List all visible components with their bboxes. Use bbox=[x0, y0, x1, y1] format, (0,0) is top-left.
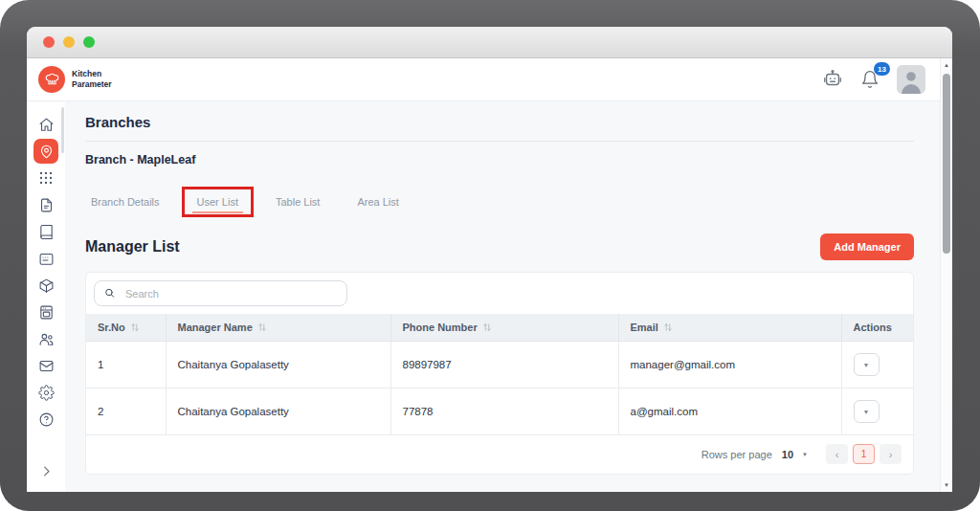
table-header-row: Sr.No Manager Name Phone Number Email Ac… bbox=[86, 314, 913, 342]
header-divider bbox=[85, 141, 914, 142]
sidebar-item-invoices[interactable] bbox=[27, 191, 65, 218]
cell-srno: 2 bbox=[86, 389, 166, 435]
cell-email: a@gmail.com bbox=[618, 389, 841, 435]
brand-logo: Kitchen Parameter bbox=[38, 66, 112, 93]
team-icon bbox=[38, 331, 55, 347]
column-header-email[interactable]: Email bbox=[618, 314, 841, 342]
tab-area-list[interactable]: Area List bbox=[351, 195, 404, 213]
tab-branch-details[interactable]: Branch Details bbox=[85, 195, 166, 213]
table-row: 2 Chaitanya Gopalasetty 77878 a@gmail.co… bbox=[86, 389, 913, 435]
sort-icon bbox=[130, 322, 140, 332]
expand-chevron-icon bbox=[39, 464, 54, 478]
branch-subtitle: Branch - MapleLeaf bbox=[85, 153, 914, 167]
app-root: Kitchen Parameter bbox=[27, 58, 952, 492]
user-avatar[interactable] bbox=[897, 65, 925, 94]
tab-bar: Branch Details User List Table List Area… bbox=[85, 195, 914, 213]
cell-phone: 89897987 bbox=[390, 342, 618, 389]
book-icon bbox=[38, 224, 55, 240]
cell-manager-name: Chaitanya Gopalasetty bbox=[166, 389, 390, 435]
sidebar-item-help[interactable] bbox=[27, 406, 65, 433]
card-list-icon bbox=[38, 251, 55, 267]
active-item-highlight bbox=[33, 139, 58, 164]
sidebar-item-inventory[interactable] bbox=[27, 272, 65, 299]
app-window: Kitchen Parameter bbox=[27, 27, 952, 492]
caret-down-icon: ▼ bbox=[863, 362, 870, 368]
sidebar bbox=[27, 101, 65, 492]
app-header: Kitchen Parameter bbox=[27, 58, 940, 101]
search-box bbox=[94, 280, 347, 306]
tab-table-list[interactable]: Table List bbox=[270, 195, 325, 213]
appliance-icon bbox=[38, 304, 55, 321]
search-icon bbox=[104, 287, 116, 300]
sidebar-item-apps[interactable] bbox=[27, 165, 65, 191]
notifications-bell-icon[interactable]: 13 bbox=[860, 70, 880, 89]
sidebar-item-staff[interactable] bbox=[27, 325, 65, 352]
caret-down-icon: ▼ bbox=[863, 409, 870, 415]
column-header-actions: Actions bbox=[841, 314, 913, 342]
chef-hat-logo-icon bbox=[38, 66, 65, 93]
manager-table: Sr.No Manager Name Phone Number Email Ac… bbox=[86, 314, 913, 435]
pagination-bar: Rows per page 10 ▼ ‹ 1 › bbox=[86, 435, 913, 474]
device-frame: Kitchen Parameter bbox=[0, 0, 980, 511]
chatbot-icon[interactable] bbox=[822, 69, 843, 90]
sidebar-item-messages[interactable] bbox=[27, 352, 65, 379]
zoom-window-button[interactable] bbox=[83, 36, 95, 48]
sidebar-item-home[interactable] bbox=[27, 111, 65, 138]
manager-list-title: Manager List bbox=[85, 238, 180, 256]
rows-per-page-value[interactable]: 10 bbox=[782, 449, 793, 460]
cell-email: manager@gmail.com bbox=[618, 342, 841, 389]
scroll-up-arrow-icon[interactable]: ▲ bbox=[941, 62, 952, 68]
header-actions: 13 bbox=[822, 65, 925, 94]
invoice-icon bbox=[38, 197, 55, 213]
app-body: Branches Branch - MapleLeaf Branch Detai… bbox=[27, 101, 940, 492]
search-row bbox=[86, 273, 913, 314]
column-header-phone[interactable]: Phone Number bbox=[390, 314, 618, 342]
main-content: Branches Branch - MapleLeaf Branch Detai… bbox=[65, 101, 940, 492]
scrollbar-thumb[interactable] bbox=[943, 74, 950, 254]
brand-name: Kitchen Parameter bbox=[72, 69, 112, 90]
location-icon bbox=[39, 144, 54, 159]
column-header-srno[interactable]: Sr.No bbox=[86, 314, 166, 342]
cell-phone: 77878 bbox=[390, 389, 618, 435]
sort-icon bbox=[257, 322, 267, 332]
titlebar bbox=[27, 27, 952, 58]
help-icon bbox=[38, 411, 55, 428]
row-actions-dropdown-button[interactable]: ▼ bbox=[854, 353, 880, 376]
minimize-window-button[interactable] bbox=[63, 36, 75, 48]
sidebar-item-settings[interactable] bbox=[27, 379, 65, 406]
next-page-button[interactable]: › bbox=[880, 444, 902, 464]
vertical-scrollbar[interactable]: ▲ ▼ bbox=[940, 58, 952, 492]
notification-count-badge: 13 bbox=[874, 62, 890, 76]
sort-icon bbox=[482, 322, 492, 332]
apps-grid-icon bbox=[38, 170, 54, 186]
table-row: 1 Chaitanya Gopalasetty 89897987 manager… bbox=[86, 342, 913, 389]
sidebar-item-cards[interactable] bbox=[27, 245, 65, 272]
home-icon bbox=[38, 117, 55, 133]
cell-srno: 1 bbox=[86, 342, 166, 389]
page-number-button[interactable]: 1 bbox=[853, 444, 875, 464]
package-icon bbox=[38, 278, 55, 294]
search-input[interactable] bbox=[123, 287, 337, 300]
manager-section-header: Manager List Add Manager bbox=[85, 233, 914, 260]
previous-page-button[interactable]: ‹ bbox=[826, 444, 848, 464]
rows-per-page-label: Rows per page bbox=[702, 449, 772, 460]
page-title: Branches bbox=[85, 114, 914, 130]
manager-table-card: Sr.No Manager Name Phone Number Email Ac… bbox=[85, 272, 914, 475]
close-window-button[interactable] bbox=[43, 36, 55, 48]
column-header-manager-name[interactable]: Manager Name bbox=[166, 314, 390, 342]
caret-down-icon[interactable]: ▼ bbox=[802, 452, 808, 457]
scroll-down-arrow-icon[interactable]: ▼ bbox=[941, 482, 952, 488]
cell-manager-name: Chaitanya Gopalasetty bbox=[166, 342, 390, 389]
settings-icon bbox=[38, 385, 55, 401]
sidebar-scroll-thumb[interactable] bbox=[61, 107, 64, 153]
tab-user-list[interactable]: User List bbox=[191, 195, 244, 213]
add-manager-button[interactable]: Add Manager bbox=[820, 233, 914, 260]
sort-icon bbox=[663, 322, 673, 332]
mail-icon bbox=[38, 358, 55, 374]
sidebar-item-menu[interactable] bbox=[27, 218, 65, 245]
sidebar-item-kitchen[interactable] bbox=[27, 299, 65, 325]
sidebar-expand-button[interactable] bbox=[27, 457, 65, 484]
row-actions-dropdown-button[interactable]: ▼ bbox=[854, 400, 880, 423]
sidebar-item-branches[interactable] bbox=[27, 138, 65, 165]
